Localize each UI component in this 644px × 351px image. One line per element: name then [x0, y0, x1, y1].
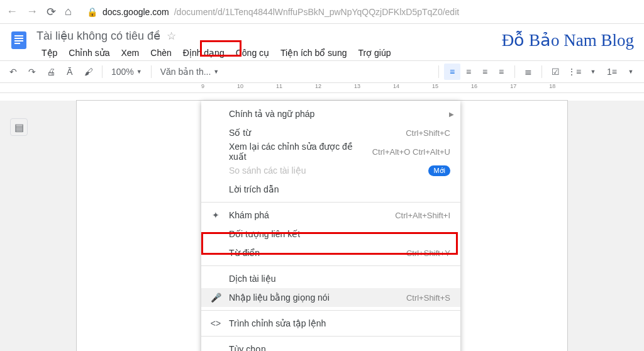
menu-item-linked[interactable]: Đối tượng liên kết — [201, 225, 460, 243]
home-icon[interactable]: ⌂ — [65, 5, 72, 18]
menu-tools[interactable]: Công cụ — [231, 45, 274, 60]
doc-title[interactable]: Tài liệu không có tiêu đề — [36, 29, 160, 43]
zoom-select[interactable]: 100%▼ — [108, 67, 146, 77]
ruler[interactable]: 9101112131415161718 — [0, 83, 644, 93]
print-icon[interactable]: 🖨 — [43, 64, 59, 80]
menu-item-compare: So sánh các tài liệuMới — [201, 161, 460, 180]
chevron-down-icon: ▼ — [213, 69, 219, 75]
chevron-down-icon: ▼ — [136, 69, 142, 75]
code-icon: <> — [210, 318, 221, 328]
star-icon[interactable]: ☆ — [167, 30, 176, 43]
bullet-list-icon[interactable]: ⋮≡ — [566, 64, 582, 80]
menu-item-dictionary[interactable]: Từ điểnCtrl+Shift+Y — [201, 243, 460, 262]
align-center-icon[interactable]: ≡ — [460, 64, 477, 80]
menu-item-script-editor[interactable]: <>Trình chỉnh sửa tập lệnh — [201, 314, 460, 333]
toolbar: ↶ ↷ 🖨 Ᾱ 🖌 100%▼ Văn bản th...▼ ≡ ≡ ≡ ≡ ≣… — [0, 60, 644, 83]
menu-separator — [201, 336, 460, 337]
menu-item-voice-typing[interactable]: 🎤Nhập liệu bằng giọng nóiCtrl+Shift+S — [201, 288, 460, 307]
svg-rect-2 — [14, 38, 23, 39]
menu-item-wordcount[interactable]: Số từCtrl+Shift+C — [201, 123, 460, 142]
align-left-icon[interactable]: ≡ — [444, 64, 460, 80]
menu-edit[interactable]: Chỉnh sửa — [64, 45, 114, 60]
forward-icon: → — [26, 5, 38, 18]
menu-file[interactable]: Tệp — [36, 45, 62, 60]
menu-format[interactable]: Định dạng — [178, 45, 230, 60]
paragraph-style-select[interactable]: Văn bản th...▼ — [157, 67, 226, 77]
explore-icon: ✦ — [210, 210, 221, 220]
menu-separator — [201, 310, 460, 311]
svg-rect-1 — [14, 35, 23, 36]
microphone-icon: 🎤 — [210, 292, 221, 303]
menu-item-explore[interactable]: ✦Khám pháCtrl+Alt+Shift+I — [201, 206, 460, 225]
menu-item-review[interactable]: Xem lại các chỉnh sửa được đề xuấtCtrl+A… — [201, 142, 460, 161]
browser-toolbar: ← → ⟳ ⌂ 🔒 docs.google.com/document/d/1LT… — [0, 0, 644, 24]
title-area: Tài liệu không có tiêu đề ☆ Tệp Chỉnh sử… — [36, 29, 396, 60]
line-spacing-icon[interactable]: ≣ — [520, 64, 536, 80]
separator — [438, 65, 439, 78]
chevron-down-icon[interactable]: ▼ — [623, 64, 639, 80]
chevron-right-icon: ▶ — [449, 111, 454, 118]
checklist-icon[interactable]: ☑ — [547, 64, 564, 80]
menu-item-spelling[interactable]: Chính tả và ngữ pháp▶ — [201, 104, 460, 123]
spellcheck-icon[interactable]: Ᾱ — [62, 64, 78, 80]
outline-toggle-icon[interactable]: ▤ — [10, 118, 28, 136]
docs-logo-icon[interactable] — [8, 29, 30, 52]
svg-rect-3 — [14, 40, 23, 42]
brand-watermark: Đỗ Bảo Nam Blog — [502, 30, 634, 50]
chevron-down-icon[interactable]: ▼ — [585, 64, 601, 80]
menu-separator — [201, 202, 460, 203]
align-justify-icon[interactable]: ≡ — [493, 64, 509, 80]
new-badge: Mới — [428, 165, 450, 176]
menu-view[interactable]: Xem — [116, 45, 145, 60]
menu-insert[interactable]: Chèn — [145, 45, 176, 60]
canvas: ▤ Đỗ Bảo Nam Blog Chính tả và ngữ pháp▶ … — [0, 101, 644, 351]
separator — [514, 65, 515, 78]
separator — [541, 65, 542, 78]
separator — [151, 65, 152, 78]
separator — [102, 65, 103, 78]
menubar: Tệp Chỉnh sửa Xem Chèn Định dạng Công cụ… — [36, 45, 396, 60]
menu-item-translate[interactable]: Dịch tài liệu — [201, 269, 460, 288]
redo-icon[interactable]: ↷ — [24, 64, 40, 80]
url-path: /document/d/1LTenq4844lWnffuPsBkN_pwNpYq… — [174, 7, 459, 17]
menu-help[interactable]: Trợ giúp — [353, 45, 396, 60]
reload-icon[interactable]: ⟳ — [47, 5, 56, 19]
doc-header: Tài liệu không có tiêu đề ☆ Tệp Chỉnh sử… — [0, 24, 644, 60]
lock-icon: 🔒 — [87, 7, 97, 17]
back-icon[interactable]: ← — [6, 5, 18, 18]
paint-format-icon[interactable]: 🖌 — [80, 64, 97, 80]
menu-item-citations[interactable]: Lời trích dẫn — [201, 180, 460, 199]
numbered-list-icon[interactable]: 1≡ — [604, 64, 620, 80]
menu-addons[interactable]: Tiện ích bổ sung — [275, 45, 352, 60]
tools-dropdown-menu: Chính tả và ngữ pháp▶ Số từCtrl+Shift+C … — [201, 101, 460, 351]
url-host: docs.google.com — [103, 7, 169, 17]
url-bar[interactable]: 🔒 docs.google.com/document/d/1LTenq4844l… — [80, 4, 638, 20]
svg-rect-4 — [14, 43, 20, 44]
align-right-icon[interactable]: ≡ — [477, 64, 493, 80]
undo-icon[interactable]: ↶ — [5, 64, 21, 80]
menu-item-preferences[interactable]: Tùy chọn — [201, 340, 460, 351]
menu-separator — [201, 265, 460, 266]
